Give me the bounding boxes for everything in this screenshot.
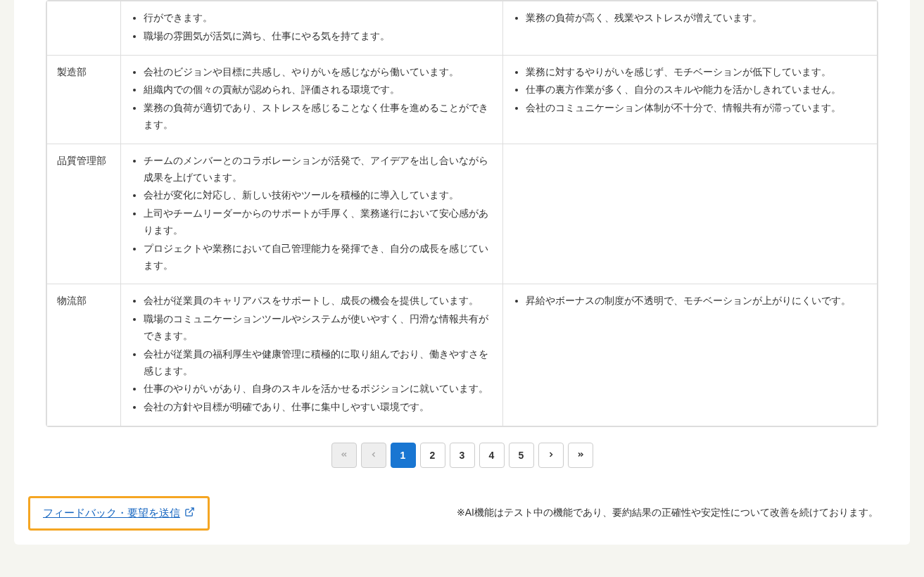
list-item: 会社のビジョンや目標に共感し、やりがいを感じながら働いています。 <box>144 64 493 81</box>
pagination-page-2[interactable]: 2 <box>420 443 445 468</box>
list-item: 業務に対するやりがいを感じず、モチベーションが低下しています。 <box>526 64 867 81</box>
table-row: 物流部会社が従業員のキャリアパスをサポートし、成長の機会を提供しています。職場の… <box>47 284 878 426</box>
pagination-page-3[interactable]: 3 <box>450 443 475 468</box>
table-row: 品質管理部チームのメンバーとのコラボレーションが活発で、アイデアを出し合いながら… <box>47 144 878 284</box>
chevron-left-icon <box>369 450 378 461</box>
negative-cell: 業務に対するやりがいを感じず、モチベーションが低下しています。仕事の裏方作業が多… <box>502 55 877 144</box>
dept-cell: 品質管理部 <box>47 144 121 284</box>
list-item: 上司やチームリーダーからのサポートが手厚く、業務遂行において安心感があります。 <box>144 205 493 239</box>
list-item: 昇給やボーナスの制度が不透明で、モチベーションが上がりにくいです。 <box>526 293 867 310</box>
list-item: チームのメンバーとのコラボレーションが活発で、アイデアを出し合いながら成果を上げ… <box>144 153 493 186</box>
ai-notice-text: ※AI機能はテスト中の機能であり、要約結果の正確性や安定性について改善を続けてお… <box>457 507 878 519</box>
list-item: 会社が従業員のキャリアパスをサポートし、成長の機会を提供しています。 <box>144 293 493 310</box>
pagination-page-1[interactable]: 1 <box>391 443 416 468</box>
table-row: 行ができます。職場の雰囲気が活気に満ち、仕事にやる気を持てます。業務の負荷が高く… <box>47 1 878 56</box>
pagination-next-button[interactable] <box>538 443 564 468</box>
chevron-right-icon <box>547 450 555 461</box>
list-item: 会社が従業員の福利厚生や健康管理に積極的に取り組んでおり、働きやすさを感じます。 <box>144 346 493 380</box>
list-item: 組織内での個々の貢献が認められ、評価される環境です。 <box>144 82 493 99</box>
feedback-link[interactable]: フィードバック・要望を送信 <box>43 507 195 520</box>
list-item: 仕事のやりがいがあり、自身のスキルを活かせるポジションに就いています。 <box>144 381 493 398</box>
positive-cell: チームのメンバーとのコラボレーションが活発で、アイデアを出し合いながら成果を上げ… <box>121 144 503 284</box>
list-item: 職場のコミュニケーションツールやシステムが使いやすく、円滑な情報共有ができます。 <box>144 311 493 345</box>
list-item: プロジェクトや業務において自己管理能力を発揮でき、自分の成長を感じています。 <box>144 241 493 274</box>
dept-cell: 物流部 <box>47 284 121 426</box>
negative-cell: 昇給やボーナスの制度が不透明で、モチベーションが上がりにくいです。 <box>502 284 877 426</box>
list-item: 仕事の裏方作業が多く、自分のスキルや能力を活かしきれていません。 <box>526 82 867 99</box>
footer-row: フィードバック・要望を送信 ※AI機能はテスト中の機能であり、要約結果の正確性や… <box>28 496 878 531</box>
negative-cell <box>502 144 877 284</box>
positive-cell: 会社が従業員のキャリアパスをサポートし、成長の機会を提供しています。職場のコミュ… <box>121 284 503 426</box>
list-item: 業務の負荷が高く、残業やストレスが増えています。 <box>526 10 867 27</box>
list-item: 職場の雰囲気が活気に満ち、仕事にやる気を持てます。 <box>144 28 493 45</box>
feedback-link-label: フィードバック・要望を送信 <box>43 507 180 520</box>
positive-cell: 行ができます。職場の雰囲気が活気に満ち、仕事にやる気を持てます。 <box>121 1 503 56</box>
table-row: 製造部会社のビジョンや目標に共感し、やりがいを感じながら働いています。組織内での… <box>47 55 878 144</box>
list-item: 業務の負荷が適切であり、ストレスを感じることなく仕事を進めることができます。 <box>144 100 493 134</box>
chevron-double-left-icon <box>340 450 348 461</box>
chevron-double-right-icon <box>576 450 585 461</box>
pagination-page-5[interactable]: 5 <box>509 443 534 468</box>
pagination: 12345 <box>14 443 910 468</box>
feedback-callout: フィードバック・要望を送信 <box>28 496 210 531</box>
pagination-last-button[interactable] <box>568 443 593 468</box>
main-panel: 行ができます。職場の雰囲気が活気に満ち、仕事にやる気を持てます。業務の負荷が高く… <box>14 0 910 545</box>
dept-cell: 製造部 <box>47 55 121 144</box>
pagination-first-button[interactable] <box>331 443 357 468</box>
list-item: 会社のコミュニケーション体制が不十分で、情報共有が滞っています。 <box>526 100 867 117</box>
results-table-wrapper: 行ができます。職場の雰囲気が活気に満ち、仕事にやる気を持てます。業務の負荷が高く… <box>46 0 878 427</box>
dept-cell <box>47 1 121 56</box>
list-item: 行ができます。 <box>144 10 493 27</box>
external-link-icon <box>184 507 195 519</box>
results-table: 行ができます。職場の雰囲気が活気に満ち、仕事にやる気を持てます。業務の負荷が高く… <box>46 1 878 426</box>
pagination-prev-button[interactable] <box>361 443 386 468</box>
positive-cell: 会社のビジョンや目標に共感し、やりがいを感じながら働いています。組織内での個々の… <box>121 55 503 144</box>
list-item: 会社の方針や目標が明確であり、仕事に集中しやすい環境です。 <box>144 399 493 416</box>
pagination-page-4[interactable]: 4 <box>479 443 505 468</box>
list-item: 会社が変化に対応し、新しい技術やツールを積極的に導入しています。 <box>144 187 493 204</box>
negative-cell: 業務の負荷が高く、残業やストレスが増えています。 <box>502 1 877 56</box>
